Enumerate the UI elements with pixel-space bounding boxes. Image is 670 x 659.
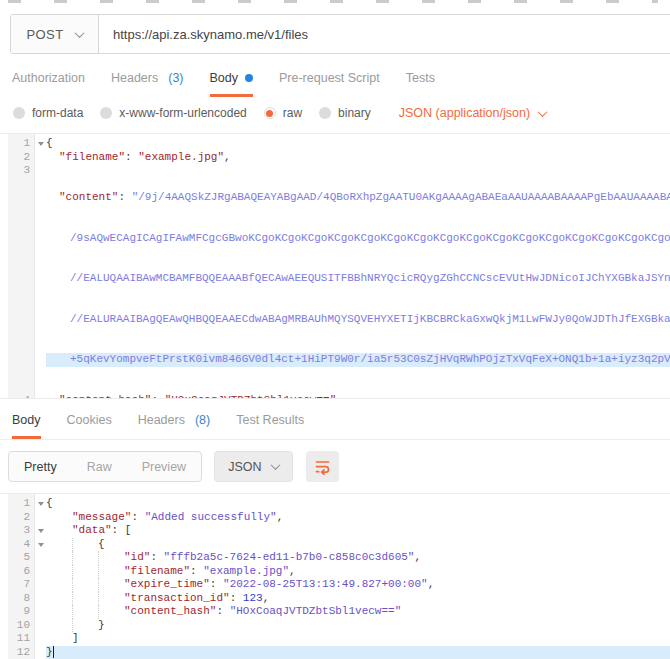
radio-selected-icon [264,107,276,119]
headers-count-badge: (3) [168,71,183,85]
radio-label: x-www-form-urlencoded [119,106,246,120]
line-number: 2 [8,511,35,525]
request-url-bar: POST https://api.za.skynamo.me/v1/files [10,14,670,54]
line-number: 10 [8,619,35,633]
code-line: 10 } [0,619,670,633]
tab-label: Test Results [236,413,304,427]
line-number: 1 [8,497,35,511]
line-number: 9 [8,605,35,619]
view-pretty-button[interactable]: Pretty [9,452,72,481]
line-number: 4 [8,538,35,552]
line-number: 3 [8,524,35,538]
line-number: 6 [8,565,35,579]
wrap-lines-button[interactable] [306,451,339,482]
tab-label: Headers [138,413,185,427]
fold-arrow-icon[interactable] [35,524,46,538]
code-line: 8 "transaction_id": 123, [0,592,670,606]
line-number: 3 [8,164,35,178]
radio-icon [319,107,331,119]
active-line: } [46,646,670,659]
tab-label: Authorization [12,71,85,85]
tab-cookies[interactable]: Cookies [67,413,112,439]
tab-pre-request-script[interactable]: Pre-request Script [279,71,380,97]
request-tabs: Authorization Headers(3) Body Pre-reques… [12,71,670,97]
request-code: 1 { 2 "filename": "example.jpg", 3 "cont… [0,134,670,399]
code-line: 3 "data": [ [0,524,670,538]
tab-test-results[interactable]: Test Results [236,413,304,439]
fold-arrow-icon[interactable] [35,497,46,511]
code-line: 1 { [0,497,670,511]
method-label: POST [27,27,64,42]
line-number: 1 [8,137,35,151]
radio-raw[interactable]: raw [264,106,302,120]
radio-icon [100,107,112,119]
request-body-editor[interactable]: 1 { 2 "filename": "example.jpg", 3 "cont… [0,133,670,399]
tab-label: Headers [111,71,158,85]
tab-response-body[interactable]: Body [12,413,41,439]
code-line: 2 "filename": "example.jpg", [0,151,670,165]
line-number: 7 [8,578,35,592]
response-section: Body Cookies Headers(8) Test Results Pre… [0,399,670,659]
code-line: 9 "content_hash": "HOxCoaqJVTDZbtSbl1vec… [0,605,670,619]
code-line: 5 "id": "fffb2a5c-7624-ed11-b7b0-c858c0c… [0,551,670,565]
format-label: JSON [228,460,261,474]
line-number: 2 [8,151,35,165]
response-tabs: Body Cookies Headers(8) Test Results [0,399,670,440]
code-line: 4 { [0,538,670,552]
response-toolbar: Pretty Raw Preview JSON [8,451,670,482]
radio-form-data[interactable]: form-data [13,106,83,120]
tab-label: Cookies [67,413,112,427]
tab-tests[interactable]: Tests [406,71,435,97]
tab-label: Body [210,71,239,85]
radio-x-www-form-urlencoded[interactable]: x-www-form-urlencoded [100,106,246,120]
headers-count-badge: (8) [195,413,210,427]
url-input[interactable]: https://api.za.skynamo.me/v1/files [99,15,670,53]
fold-arrow-icon[interactable] [35,538,46,552]
request-section: POST https://api.za.skynamo.me/v1/files … [0,14,670,399]
code-line: 6 "filename": "example.jpg", [0,565,670,579]
code-line: 3 "content": "/9j/4AAQSkZJRgABAQEAYABgAA… [0,164,670,394]
line-number: 11 [8,632,35,646]
view-preview-button[interactable]: Preview [127,452,201,481]
view-switcher: Pretty Raw Preview [8,451,202,482]
tab-body[interactable]: Body [210,71,254,97]
code-line: 1 { [0,137,670,151]
tab-authorization[interactable]: Authorization [12,71,85,97]
content-type-dropdown[interactable]: JSON (application/json) [399,106,546,120]
response-code: 1 { 2 "message": "Added successfully", 3… [0,494,670,659]
selected-text-row: +5qKevYompveFtPrstK0ivm846GV0dl4ct+1HiPT… [46,353,670,367]
radio-label: form-data [32,106,83,120]
chevron-down-icon [74,28,84,38]
view-raw-button[interactable]: Raw [72,452,127,481]
response-body-viewer[interactable]: 1 { 2 "message": "Added successfully", 3… [0,493,670,659]
code-line: 7 "expire_time": "2022-08-25T13:13:49.82… [0,578,670,592]
chevron-down-icon [271,460,281,470]
text-cursor [53,646,55,658]
code-line: 12 } [0,646,670,659]
body-mode-row: form-data x-www-form-urlencoded raw bina… [13,106,670,120]
content-type-label: JSON (application/json) [399,106,530,120]
line-number: 8 [8,592,35,606]
unsaved-changes-dot-icon [245,74,253,82]
radio-label: binary [338,106,371,120]
format-dropdown[interactable]: JSON [214,451,293,482]
cropped-ui-strip [8,0,658,3]
tab-label: Tests [406,71,435,85]
tab-headers[interactable]: Headers(3) [111,71,184,97]
method-dropdown[interactable]: POST [11,15,99,53]
radio-icon [13,107,25,119]
tab-label: Body [12,413,41,427]
radio-label: raw [283,106,302,120]
wrap-text-icon [314,458,331,475]
tab-response-headers[interactable]: Headers(8) [138,413,211,439]
url-value: https://api.za.skynamo.me/v1/files [113,27,308,42]
line-number: 5 [8,551,35,565]
tab-label: Pre-request Script [279,71,380,85]
code-line: 11 ] [0,632,670,646]
fold-arrow-icon[interactable] [35,137,46,151]
code-line: 4 "content_hash": "HOxCoaqJVTDZbtSbl1vec… [0,394,670,400]
chevron-down-icon [538,107,548,117]
line-number: 4 [8,394,35,400]
code-line: 2 "message": "Added successfully", [0,511,670,525]
radio-binary[interactable]: binary [319,106,371,120]
